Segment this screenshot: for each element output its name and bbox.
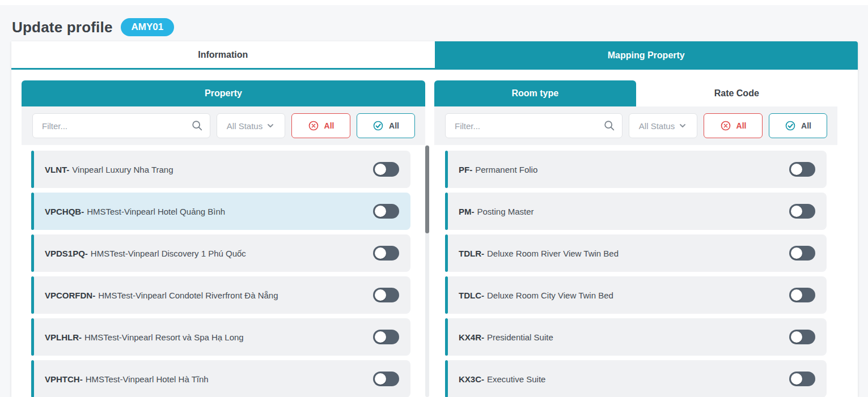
- roomtype-code: PF-: [459, 165, 472, 174]
- roomtype-list-item[interactable]: TDLC- Deluxe Room City View Twin Bed: [445, 276, 827, 314]
- check-circle-icon: [785, 120, 796, 131]
- property-panel: Property All Status: [22, 80, 425, 397]
- property-check-all-label: All: [389, 121, 399, 130]
- roomtype-name: Posting Master: [477, 207, 790, 216]
- tab-room-type[interactable]: Room type: [434, 80, 636, 106]
- property-code: VPCHQB-: [45, 207, 84, 216]
- property-status-label: All Status: [227, 121, 262, 131]
- roomtype-code: KX3C-: [459, 374, 484, 384]
- roomtype-code: PM-: [459, 207, 475, 216]
- mapping-panel: Room type Rate Code All Status: [434, 80, 837, 397]
- search-icon: [603, 119, 616, 132]
- property-list-item[interactable]: VPDS1PQ- HMSTest-Vinpearl Discovery 1 Ph…: [31, 234, 410, 272]
- profile-code-badge: AMY01: [121, 18, 175, 36]
- roomtype-code: TDLC-: [459, 291, 484, 300]
- roomtype-toggle[interactable]: [789, 288, 815, 302]
- property-list-item[interactable]: VPLHLR- HMSTest-Vinpearl Resort và Spa H…: [31, 318, 410, 356]
- property-toggle[interactable]: [373, 246, 399, 261]
- property-uncheck-all-label: All: [324, 121, 335, 130]
- property-list-item[interactable]: VPCHQB- HMSTest-Vinpearl Hotel Quảng Bìn…: [31, 193, 410, 230]
- roomtype-name: Executive Suite: [487, 374, 789, 384]
- property-name: Vinpearl Luxury Nha Trang: [72, 165, 373, 174]
- roomtype-toggle[interactable]: [789, 330, 815, 344]
- roomtype-toggle[interactable]: [789, 204, 815, 219]
- property-uncheck-all-button[interactable]: All: [291, 113, 350, 138]
- search-icon: [191, 119, 204, 132]
- mapping-sub-tabs: Room type Rate Code: [434, 80, 837, 106]
- property-panel-title: Property: [205, 88, 242, 99]
- property-code: VPDS1PQ-: [45, 249, 88, 258]
- roomtype-name: Permanent Folio: [475, 165, 789, 174]
- roomtype-check-all-button[interactable]: All: [769, 113, 827, 138]
- top-strip: [0, 0, 868, 5]
- property-toggle[interactable]: [373, 330, 399, 344]
- property-code: VPLHLR-: [45, 332, 82, 342]
- roomtype-code: KX4R-: [459, 332, 484, 342]
- tab-information-label: Information: [198, 50, 248, 60]
- main-card: Information Mapping Property Property: [11, 41, 858, 397]
- property-toggle[interactable]: [373, 372, 399, 386]
- tab-room-type-label: Room type: [511, 88, 558, 99]
- property-name: HMSTest-Vinpearl Condotel Riverfront Đà …: [98, 291, 373, 300]
- tab-content: Property All Status: [11, 70, 858, 397]
- property-status-dropdown[interactable]: All Status: [217, 113, 285, 138]
- tab-mapping-property-label: Mapping Property: [608, 50, 685, 61]
- property-name: HMSTest-Vinpearl Resort và Spa Hạ Long: [84, 332, 373, 342]
- roomtype-check-all-label: All: [801, 121, 811, 130]
- roomtype-name: Presidential Suite: [487, 332, 789, 342]
- roomtype-list-item[interactable]: TDLR- Deluxe Room River View Twin Bed: [445, 234, 827, 272]
- property-list: VLNT- Vinpearl Luxury Nha Trang VPCHQB- …: [22, 145, 425, 397]
- x-circle-icon: [308, 120, 319, 131]
- roomtype-filter-bar: All Status All: [434, 106, 837, 145]
- roomtype-list-item[interactable]: PM- Posting Master: [445, 193, 827, 230]
- main-tabs: Information Mapping Property: [11, 41, 858, 70]
- roomtype-status-dropdown[interactable]: All Status: [629, 113, 697, 138]
- roomtype-name: Deluxe Room City View Twin Bed: [487, 291, 789, 300]
- roomtype-name: Deluxe Room River View Twin Bed: [487, 249, 789, 258]
- property-panel-header: Property: [22, 80, 425, 106]
- property-name: HMSTest-Vinpearl Hotel Quảng Bình: [87, 207, 373, 216]
- check-circle-icon: [372, 120, 384, 131]
- x-circle-icon: [720, 120, 731, 131]
- page-header: Update profile AMY01: [0, 5, 868, 41]
- property-list-scrollbar[interactable]: [425, 146, 429, 233]
- property-toggle[interactable]: [373, 288, 399, 302]
- roomtype-filter-input[interactable]: [445, 113, 623, 138]
- roomtype-uncheck-all-button[interactable]: All: [704, 113, 763, 138]
- property-list-item[interactable]: VLNT- Vinpearl Luxury Nha Trang: [31, 151, 410, 188]
- roomtype-toggle[interactable]: [789, 162, 815, 177]
- roomtype-list-item[interactable]: KX4R- Presidential Suite: [445, 318, 827, 356]
- tab-rate-code-label: Rate Code: [714, 88, 759, 99]
- property-code: VPHTCH-: [45, 374, 83, 384]
- property-name: HMSTest-Vinpearl Hotel Hà Tĩnh: [86, 374, 373, 384]
- roomtype-list: PF- Permanent Folio PM- Posting Master T…: [434, 145, 837, 397]
- chevron-down-icon: [678, 121, 687, 130]
- page-title: Update profile: [12, 19, 113, 36]
- tab-information[interactable]: Information: [11, 41, 435, 70]
- property-filter-input[interactable]: [32, 113, 210, 138]
- property-code: VPCORFDN-: [45, 291, 95, 300]
- property-list-item[interactable]: VPCORFDN- HMSTest-Vinpearl Condotel Rive…: [31, 276, 410, 314]
- property-toggle[interactable]: [373, 204, 399, 219]
- roomtype-filter-wrap: [445, 113, 623, 138]
- property-filter-wrap: [32, 113, 210, 138]
- property-list-item[interactable]: VPHTCH- HMSTest-Vinpearl Hotel Hà Tĩnh: [31, 360, 410, 397]
- roomtype-status-label: All Status: [639, 121, 675, 131]
- property-filter-bar: All Status All: [22, 106, 425, 145]
- roomtype-toggle[interactable]: [789, 246, 815, 261]
- tab-rate-code[interactable]: Rate Code: [636, 80, 838, 106]
- roomtype-code: TDLR-: [459, 249, 484, 258]
- chevron-down-icon: [266, 121, 275, 130]
- property-name: HMSTest-Vinpearl Discovery 1 Phú Quốc: [91, 249, 373, 258]
- tab-mapping-property[interactable]: Mapping Property: [435, 41, 858, 70]
- roomtype-list-item[interactable]: PF- Permanent Folio: [445, 151, 827, 188]
- property-code: VLNT-: [45, 165, 69, 174]
- roomtype-uncheck-all-label: All: [736, 121, 747, 130]
- roomtype-list-item[interactable]: KX3C- Executive Suite: [445, 360, 827, 397]
- roomtype-toggle[interactable]: [789, 372, 815, 386]
- property-toggle[interactable]: [373, 162, 399, 177]
- property-check-all-button[interactable]: All: [357, 113, 415, 138]
